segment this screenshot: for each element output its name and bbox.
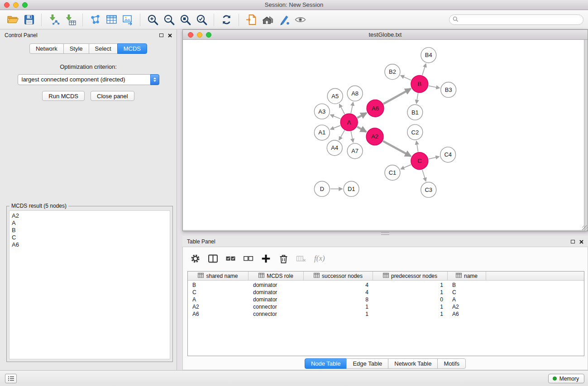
zoom-fit-icon[interactable] — [177, 12, 193, 28]
export-image-icon[interactable] — [120, 12, 136, 28]
edge-B-B2[interactable] — [401, 76, 411, 80]
columns-icon[interactable] — [207, 253, 218, 264]
tab-style[interactable]: Style — [63, 43, 89, 54]
node-A4[interactable]: A4 — [327, 140, 342, 156]
select-all-icon[interactable] — [225, 253, 236, 264]
edge-B-B4[interactable] — [422, 64, 426, 75]
refresh-icon[interactable] — [218, 12, 234, 28]
mcds-result-item[interactable]: A — [12, 219, 167, 227]
task-history-button[interactable] — [5, 374, 17, 383]
node-A1[interactable]: A1 — [314, 125, 330, 140]
edge-B-B3[interactable] — [429, 86, 440, 88]
tab-edge-table[interactable]: Edge Table — [346, 358, 388, 369]
edge-C-C3[interactable] — [422, 170, 426, 181]
import-table-icon[interactable] — [62, 12, 78, 28]
zoom-window-button[interactable] — [22, 2, 28, 8]
node-A3[interactable]: A3 — [314, 104, 330, 119]
new-network-icon[interactable] — [87, 12, 103, 28]
add-row-icon[interactable] — [260, 253, 271, 264]
node-C4[interactable]: C4 — [440, 147, 456, 162]
close-network-window-button[interactable] — [188, 32, 193, 38]
column-header[interactable]: MCDS role — [249, 272, 304, 280]
node-A5[interactable]: A5 — [327, 88, 343, 104]
mcds-result-item[interactable]: B — [12, 227, 167, 234]
table-row[interactable]: A2connector11A2 — [188, 303, 584, 310]
minimize-network-window-button[interactable] — [197, 32, 202, 38]
edge-A-A3[interactable] — [330, 115, 340, 119]
column-header[interactable]: name — [448, 272, 486, 280]
node-C[interactable]: C — [411, 152, 428, 170]
edge-C-C1[interactable] — [401, 165, 411, 169]
search-box[interactable] — [449, 14, 583, 25]
node-C1[interactable]: C1 — [385, 165, 400, 181]
delete-row-icon[interactable] — [278, 253, 289, 264]
node-A8[interactable]: A8 — [347, 86, 363, 101]
zoom-selected-icon[interactable] — [193, 12, 210, 28]
edge-A-A1[interactable] — [330, 125, 340, 129]
settings-icon[interactable] — [190, 253, 201, 264]
close-panel-icon[interactable] — [168, 33, 172, 38]
float-table-panel-icon[interactable] — [571, 240, 575, 243]
table-row[interactable]: Bdominator41B — [188, 281, 584, 289]
split-divider[interactable] — [182, 231, 588, 236]
network-canvas[interactable]: B4B2BB3A5A8A6B1A3AC2A1A2A4A7C4CC1C3DD1 — [183, 40, 584, 230]
column-header[interactable]: predecessor nodes — [373, 272, 448, 280]
node-B3[interactable]: B3 — [441, 82, 456, 98]
mcds-result-item[interactable]: A6 — [12, 241, 167, 248]
save-session-icon[interactable] — [21, 12, 37, 28]
node-D1[interactable]: D1 — [344, 181, 359, 197]
tab-motifs[interactable]: Motifs — [437, 358, 466, 369]
column-header[interactable]: successor nodes — [304, 272, 373, 280]
close-panel-button[interactable]: Close panel — [91, 91, 134, 101]
export-document-icon[interactable] — [243, 12, 259, 28]
tab-network-table[interactable]: Network Table — [388, 358, 438, 369]
zoom-in-icon[interactable] — [144, 12, 161, 28]
edge-A-A6[interactable] — [357, 113, 366, 118]
table-row[interactable]: A6connector11A6 — [188, 310, 584, 318]
mcds-result-item[interactable]: A2 — [12, 212, 167, 219]
edge-A-A8[interactable] — [351, 102, 353, 113]
window-resize-grip[interactable] — [582, 225, 588, 231]
edge-B-B1[interactable] — [416, 93, 418, 104]
edge-A-A7[interactable] — [351, 131, 353, 142]
show-hide-icon[interactable] — [292, 12, 308, 28]
search-input[interactable] — [460, 17, 580, 23]
import-network-icon[interactable] — [46, 12, 62, 28]
node-A7[interactable]: A7 — [347, 143, 363, 159]
tab-select[interactable]: Select — [89, 43, 118, 54]
annotate-icon[interactable] — [276, 12, 292, 28]
tab-network[interactable]: Network — [29, 43, 64, 54]
node-C3[interactable]: C3 — [421, 182, 436, 198]
edge-A-A2[interactable] — [357, 127, 366, 132]
table-row[interactable]: Cdominator41C — [188, 289, 584, 296]
node-D[interactable]: D — [314, 181, 330, 197]
open-session-icon[interactable] — [5, 12, 21, 28]
edge-A-A5[interactable] — [339, 104, 345, 114]
edge-A6-B[interactable] — [383, 89, 411, 104]
zoom-network-window-button[interactable] — [206, 32, 211, 38]
node-A6[interactable]: A6 — [367, 100, 384, 117]
network-overview-icon[interactable] — [259, 12, 276, 28]
edge-C-C2[interactable] — [416, 141, 418, 152]
node-A2[interactable]: A2 — [366, 128, 383, 145]
edge-A-A4[interactable] — [339, 130, 344, 140]
memory-button[interactable]: Memory — [548, 374, 584, 383]
tab-mcds[interactable]: MCDS — [117, 43, 147, 54]
mcds-result-item[interactable]: C — [12, 234, 167, 241]
zoom-out-icon[interactable] — [161, 12, 177, 28]
run-mcds-button[interactable]: Run MCDS — [42, 91, 85, 101]
edge-C-C4[interactable] — [429, 157, 439, 159]
tab-node-table[interactable]: Node Table — [305, 358, 347, 369]
new-table-icon[interactable] — [103, 12, 120, 28]
column-header[interactable]: shared name — [188, 272, 249, 280]
optimization-dropdown[interactable]: largest connected component (directed) — [18, 74, 159, 85]
float-panel-icon[interactable] — [159, 33, 163, 37]
node-A[interactable]: A — [340, 114, 358, 131]
edge-A2-C[interactable] — [383, 141, 411, 157]
node-B2[interactable]: B2 — [385, 64, 400, 80]
node-C2[interactable]: C2 — [407, 124, 423, 140]
close-table-panel-icon[interactable] — [579, 240, 583, 244]
unselect-all-icon[interactable] — [243, 253, 253, 264]
table-row[interactable]: Adominator80A — [188, 296, 584, 303]
close-window-button[interactable] — [4, 2, 10, 8]
